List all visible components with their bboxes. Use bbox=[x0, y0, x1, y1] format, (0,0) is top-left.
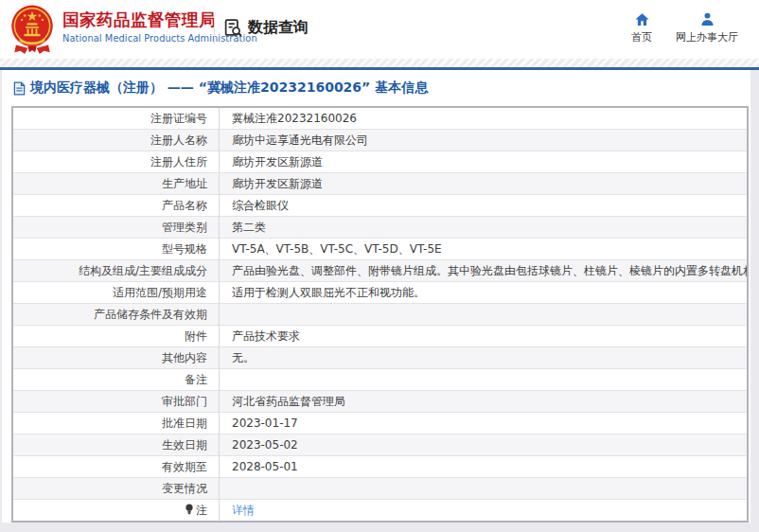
row-value: 综合检眼仪 bbox=[220, 195, 749, 217]
row-label: 生产地址 bbox=[162, 177, 207, 190]
row-label: 生效日期 bbox=[162, 438, 207, 452]
registration-info-table: 注册证编号 冀械注准20232160026 注册人名称 廊坊中远享通光电有限公司… bbox=[11, 106, 749, 523]
row-label: 注册人住所 bbox=[150, 155, 207, 168]
row-label: 管理类别 bbox=[162, 221, 207, 234]
row-value: VT-5A、VT-5B、VT-5C、VT-5D、VT-5E bbox=[220, 239, 749, 260]
row-value: 2028-05-01 bbox=[220, 456, 749, 478]
row-value bbox=[220, 369, 749, 391]
info-table-body: 注册证编号 冀械注准20232160026 注册人名称 廊坊中远享通光电有限公司… bbox=[12, 107, 748, 522]
row-value: 产品技术要求 bbox=[220, 326, 749, 347]
row-label: 备注 bbox=[185, 373, 207, 386]
table-row: 有效期至 2028-05-01 bbox=[12, 456, 748, 478]
table-row: 注册证编号 冀械注准20232160026 bbox=[12, 107, 748, 130]
table-row: 附件 产品技术要求 bbox=[12, 326, 748, 347]
person-icon bbox=[699, 11, 715, 27]
content-panel: 境内医疗器械（注册） —— “冀械注准20232160026” 基本信息 注册证… bbox=[2, 70, 750, 523]
table-row: 其他内容 无。 bbox=[12, 347, 748, 369]
page: 国家药品监督管理局 National Medical Products Admi… bbox=[0, 0, 759, 532]
data-query-section[interactable]: 数据查询 bbox=[223, 18, 309, 38]
row-label: 注 bbox=[196, 504, 207, 517]
data-query-label: 数据查询 bbox=[248, 18, 309, 38]
row-label: 附件 bbox=[185, 329, 207, 343]
nav-home[interactable]: 首页 bbox=[621, 11, 662, 44]
detail-link[interactable]: 详情 bbox=[232, 504, 255, 517]
row-label: 型号规格 bbox=[162, 242, 207, 256]
row-value: 廊坊开发区新源道 bbox=[220, 173, 749, 195]
table-row: 注 详情 bbox=[12, 500, 748, 523]
row-value: 廊坊开发区新源道 bbox=[220, 151, 749, 173]
row-value: 第二类 bbox=[220, 217, 749, 239]
header-divider bbox=[214, 15, 215, 44]
table-row: 备注 bbox=[12, 369, 748, 391]
row-value: 2023-05-02 bbox=[220, 434, 749, 456]
row-value: 2023-01-17 bbox=[220, 413, 749, 434]
national-emblem-icon bbox=[9, 4, 56, 57]
table-row: 注册人住所 廊坊开发区新源道 bbox=[12, 151, 748, 173]
row-label: 结构及组成/主要组成成分 bbox=[79, 264, 207, 277]
table-row: 变更情况 bbox=[12, 478, 748, 500]
row-value: 廊坊中远享通光电有限公司 bbox=[220, 130, 749, 151]
striped-band bbox=[0, 59, 759, 67]
document-icon bbox=[13, 81, 26, 96]
page-title-text: 境内医疗器械（注册） —— “冀械注准20232160026” 基本信息 bbox=[30, 80, 428, 97]
table-row: 生产地址 廊坊开发区新源道 bbox=[12, 173, 748, 195]
row-label: 有效期至 bbox=[162, 460, 207, 473]
row-value: 河北省药品监督管理局 bbox=[220, 391, 749, 413]
row-label: 变更情况 bbox=[162, 482, 207, 495]
table-row: 审批部门 河北省药品监督管理局 bbox=[12, 391, 748, 413]
row-value: 无。 bbox=[220, 347, 749, 369]
site-header: 国家药品监督管理局 National Medical Products Admi… bbox=[0, 0, 759, 59]
table-row: 产品名称 综合检眼仪 bbox=[12, 195, 748, 217]
row-value: 适用于检测人双眼屈光不正和视功能。 bbox=[220, 282, 749, 304]
table-row: 产品储存条件及有效期 bbox=[12, 304, 748, 326]
table-row: 批准日期 2023-01-17 bbox=[12, 413, 748, 434]
table-row: 生效日期 2023-05-02 bbox=[12, 434, 748, 456]
row-value bbox=[220, 478, 749, 500]
table-row: 型号规格 VT-5A、VT-5B、VT-5C、VT-5D、VT-5E bbox=[12, 239, 748, 260]
nav-hall-label: 网上办事大厅 bbox=[676, 30, 738, 44]
home-icon bbox=[634, 11, 650, 27]
bulb-icon bbox=[185, 504, 194, 518]
table-row: 适用范围/预期用途 适用于检测人双眼屈光不正和视功能。 bbox=[12, 282, 748, 304]
table-row: 管理类别 第二类 bbox=[12, 217, 748, 239]
row-label: 其他内容 bbox=[162, 351, 207, 364]
row-value: 详情 bbox=[220, 500, 749, 523]
data-search-icon bbox=[223, 18, 243, 38]
row-label: 批准日期 bbox=[162, 417, 207, 430]
row-value bbox=[220, 304, 749, 326]
page-title: 境内医疗器械（注册） —— “冀械注准20232160026” 基本信息 bbox=[13, 80, 428, 97]
nav-online-hall[interactable]: 网上办事大厅 bbox=[668, 11, 746, 44]
nav-home-label: 首页 bbox=[631, 30, 652, 44]
row-label: 注册人名称 bbox=[150, 133, 207, 147]
row-value: 冀械注准20232160026 bbox=[220, 107, 749, 130]
row-label: 适用范围/预期用途 bbox=[113, 286, 207, 299]
table-row: 注册人名称 廊坊中远享通光电有限公司 bbox=[12, 130, 748, 151]
table-row: 结构及组成/主要组成成分 产品由验光盘、调整部件、附带镜片组成。其中验光盘由包括… bbox=[12, 260, 748, 282]
row-label: 产品名称 bbox=[162, 199, 207, 212]
row-label: 产品储存条件及有效期 bbox=[94, 308, 207, 321]
row-label: 审批部门 bbox=[162, 395, 207, 408]
row-label: 注册证编号 bbox=[150, 112, 207, 125]
row-value: 产品由验光盘、调整部件、附带镜片组成。其中验光盘由包括球镜片、柱镜片、棱镜片的内… bbox=[220, 260, 749, 282]
